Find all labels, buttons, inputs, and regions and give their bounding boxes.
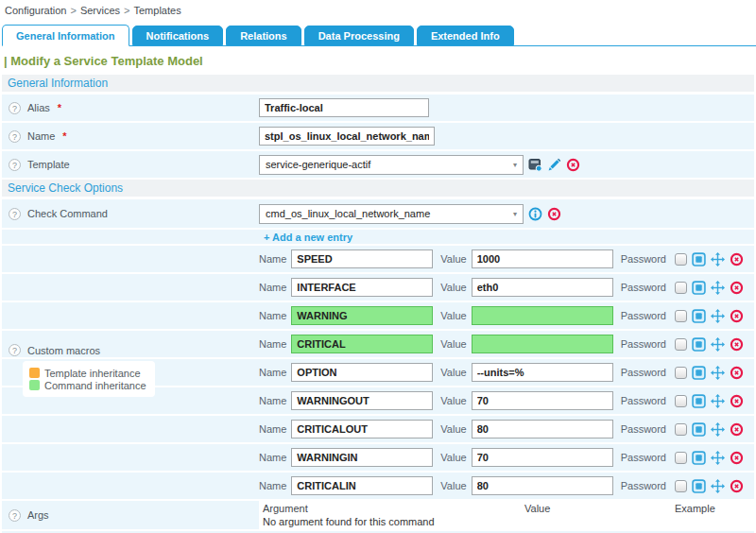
macro-password-label: Password — [621, 480, 666, 491]
move-icon[interactable] — [711, 281, 725, 295]
tab-data-processing[interactable]: Data Processing — [304, 26, 414, 45]
macro-value-input[interactable] — [472, 249, 613, 268]
help-icon[interactable]: ? — [9, 130, 21, 143]
macro-name-input[interactable] — [291, 420, 433, 438]
view-template-icon[interactable] — [528, 158, 542, 172]
list-icon[interactable] — [692, 479, 706, 493]
macro-name-input[interactable] — [291, 391, 433, 410]
args-label: Args — [27, 509, 49, 521]
password-checkbox[interactable] — [675, 338, 687, 351]
name-input[interactable] — [259, 127, 435, 146]
custom-macros-label-group: ? Custom macros — [9, 344, 100, 356]
delete-icon[interactable] — [730, 479, 744, 493]
password-checkbox[interactable] — [675, 395, 687, 407]
check-command-label: Check Command — [27, 208, 108, 219]
help-icon[interactable]: ? — [9, 208, 21, 220]
delete-icon[interactable] — [730, 337, 744, 352]
add-new-entry-link[interactable]: + Add a new entry — [264, 232, 352, 243]
delete-icon[interactable] — [730, 281, 744, 295]
list-icon[interactable] — [692, 394, 706, 408]
macro-value-input[interactable] — [472, 391, 613, 410]
tab-notifications[interactable]: Notifications — [132, 26, 224, 45]
password-checkbox[interactable] — [675, 367, 687, 379]
tab-relations[interactable]: Relations — [226, 26, 301, 45]
required-asterisk: * — [58, 102, 61, 113]
delete-icon[interactable] — [730, 366, 744, 380]
list-icon[interactable] — [692, 451, 706, 465]
delete-icon[interactable] — [730, 451, 744, 465]
list-icon[interactable] — [692, 422, 706, 437]
macro-name-input[interactable] — [291, 249, 433, 268]
macro-value-label: Value — [440, 282, 466, 293]
macro-password-label: Password — [621, 367, 666, 378]
macro-row: Name Value Password — [2, 274, 754, 301]
macro-value-input[interactable] — [472, 476, 613, 495]
delete-icon[interactable] — [566, 158, 580, 172]
macro-name-label: Name — [259, 452, 286, 463]
password-checkbox[interactable] — [675, 423, 687, 436]
alias-input[interactable] — [259, 98, 429, 117]
alias-label: Alias — [27, 102, 50, 113]
macro-value-label: Value — [440, 423, 466, 435]
password-checkbox[interactable] — [675, 480, 687, 492]
info-icon[interactable] — [528, 207, 542, 221]
list-icon[interactable] — [692, 337, 706, 352]
password-checkbox[interactable] — [675, 282, 687, 294]
password-checkbox[interactable] — [675, 253, 687, 266]
macro-name-input[interactable] — [291, 278, 433, 297]
list-icon[interactable] — [692, 252, 706, 266]
form-row-template: ? Template service-generique-actif ▾ — [2, 151, 754, 178]
macro-value-input[interactable] — [472, 420, 613, 438]
list-icon[interactable] — [692, 281, 706, 295]
move-icon[interactable] — [711, 366, 725, 380]
help-icon[interactable]: ? — [9, 344, 21, 356]
password-checkbox[interactable] — [675, 310, 687, 322]
delete-icon[interactable] — [730, 394, 744, 408]
tab-general-information[interactable]: General Information — [2, 25, 129, 46]
breadcrumb-separator: > — [124, 5, 129, 16]
delete-icon[interactable] — [730, 422, 744, 437]
macro-name-input[interactable] — [291, 335, 433, 353]
macro-value-input[interactable] — [472, 448, 613, 467]
delete-icon[interactable] — [730, 252, 744, 266]
macro-value-input[interactable] — [472, 363, 613, 382]
delete-icon[interactable] — [547, 207, 561, 221]
help-icon[interactable]: ? — [9, 159, 21, 171]
macro-name-label: Name — [259, 395, 286, 406]
check-command-select[interactable]: cmd_os_linux_local_network_name ▾ — [259, 204, 524, 224]
breadcrumb-configuration[interactable]: Configuration — [5, 5, 66, 16]
move-icon[interactable] — [711, 309, 725, 323]
tab-extended-info[interactable]: Extended Info — [417, 26, 514, 45]
list-icon[interactable] — [692, 366, 706, 380]
macro-value-input[interactable] — [472, 306, 613, 325]
macro-name-input[interactable] — [291, 363, 433, 382]
template-select[interactable]: service-generique-actif ▾ — [259, 155, 524, 175]
breadcrumb-templates[interactable]: Templates — [134, 5, 181, 16]
chevron-down-icon: ▾ — [513, 161, 517, 169]
macro-name-input[interactable] — [291, 448, 433, 467]
macro-password-label: Password — [621, 395, 666, 406]
macro-row: Name Value Password — [2, 246, 754, 272]
move-icon[interactable] — [711, 337, 725, 352]
name-label: Name — [27, 130, 55, 142]
move-icon[interactable] — [711, 451, 725, 465]
required-asterisk: * — [62, 130, 66, 142]
move-icon[interactable] — [711, 422, 725, 437]
move-icon[interactable] — [711, 394, 725, 408]
breadcrumb-services[interactable]: Services — [80, 5, 120, 16]
delete-icon[interactable] — [730, 309, 744, 323]
macro-value-input[interactable] — [472, 335, 613, 353]
list-icon[interactable] — [692, 309, 706, 323]
add-entry-band: + Add a new entry — [2, 230, 754, 244]
macro-name-input[interactable] — [291, 476, 433, 495]
help-icon[interactable]: ? — [9, 509, 21, 522]
edit-icon[interactable] — [547, 158, 561, 172]
section-general-information: General Information — [2, 75, 754, 92]
move-icon[interactable] — [711, 479, 725, 493]
help-icon[interactable]: ? — [9, 102, 21, 114]
macro-name-input[interactable] — [291, 306, 433, 325]
password-checkbox[interactable] — [675, 452, 687, 464]
macro-name-label: Name — [259, 367, 286, 378]
macro-value-input[interactable] — [472, 278, 613, 297]
move-icon[interactable] — [711, 252, 725, 266]
